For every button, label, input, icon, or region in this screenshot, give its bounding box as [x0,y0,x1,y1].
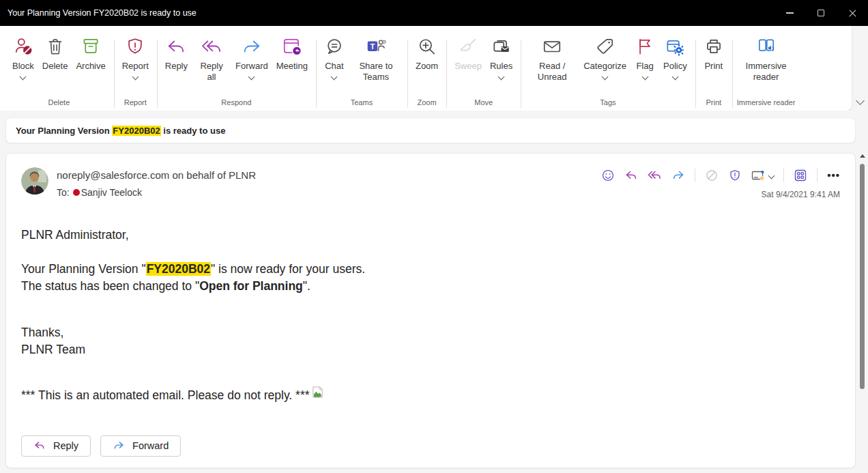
print-icon [704,32,724,61]
teams-icon: T [366,32,386,61]
reply-footer-button[interactable]: Reply [21,435,91,457]
sender-avatar[interactable] [21,167,48,195]
apps-grid-icon [794,169,807,182]
more-actions-button[interactable]: ••• [827,172,840,179]
recipient-name[interactable]: Sanjiv Teelock [81,186,142,199]
immersive-reader-icon [756,32,777,61]
flag-icon [635,32,655,61]
tag-icon [595,32,616,61]
meeting-icon [282,32,302,61]
block-icon [13,32,33,61]
svg-text:T: T [370,42,375,51]
ribbon-group-respond: Reply Reply all Forward [157,30,316,111]
chevron-down-icon [671,74,678,81]
inline-actions: Reply Forward [21,435,840,457]
sweep-icon [458,32,478,61]
delete-button[interactable]: Delete [39,30,72,72]
block-sender-button-disabled [705,169,719,182]
immersive-reader-button[interactable]: Immersive reader [740,30,793,83]
report-message-button[interactable] [728,169,742,182]
window-title: Your Planning Version FY2020B02 is ready… [0,8,774,18]
minimize-button[interactable] [774,0,805,26]
ribbon-group-delete: Block Delete [4,30,114,111]
apps-button[interactable] [794,169,807,182]
message-card: noreply@salesforce.com on behalf of PLNR… [5,153,856,468]
minimize-icon [786,12,794,14]
presence-busy-icon [73,189,80,196]
message-body: PLNR Administrator, Your Planning Versio… [21,227,840,457]
flag-button[interactable]: Flag [631,30,659,79]
group-label: Immersive reader [737,97,796,111]
ribbon-group-teams: Chat T Share to Teams Teams [316,30,407,111]
ribbon: Block Delete [0,26,868,111]
rules-button[interactable]: Rules [487,30,516,79]
chevron-down-icon [132,74,139,81]
divider [695,169,695,182]
reply-icon [33,440,46,451]
reply-all-quick-button[interactable] [648,169,662,182]
zoom-button[interactable]: Zoom [412,30,442,72]
chevron-down-icon [768,172,775,179]
block-circle-icon [705,169,719,182]
body-line2: The status has been changed to "Open for… [21,278,840,295]
scrollbar[interactable] [858,154,866,389]
close-button[interactable] [837,0,868,26]
subject-highlight: FY2020B02 [112,126,160,136]
print-button[interactable]: Print [700,30,727,72]
reply-all-icon [648,169,662,182]
title-bar: Your Planning Version FY2020B02 is ready… [0,0,868,26]
categorize-button[interactable]: Categorize [580,30,630,79]
reply-all-button[interactable]: Reply all [192,30,231,83]
zoom-icon [417,32,437,61]
forward-footer-button[interactable]: Forward [100,435,181,457]
broken-image-icon [311,386,324,403]
reply-button[interactable]: Reply [162,30,191,72]
sender-name[interactable]: noreply@salesforce.com on behalf of PLNR [57,167,256,182]
block-button[interactable]: Block [9,30,38,79]
quick-steps-button[interactable] [751,169,774,182]
body-line1: Your Planning Version "FY2020B02" is now… [21,261,840,278]
status-bold: Open for Planning [199,279,303,293]
policy-button[interactable]: Policy [660,30,691,79]
reply-quick-button[interactable] [624,169,638,182]
report-button[interactable]: Report [119,30,152,79]
sweep-button: Sweep [451,30,485,72]
group-label: Print [700,97,727,111]
header-right: ••• Sat 9/4/2021 9:41 AM [601,167,840,199]
forward-icon [113,440,125,451]
reactions-button[interactable] [601,169,615,182]
chevron-down-icon [602,74,609,81]
sender-block: noreply@salesforce.com on behalf of PLNR… [57,167,256,199]
scrollbar-thumb[interactable] [860,164,865,389]
body-signoff: Thanks, [21,324,840,341]
forward-button[interactable]: Forward [232,30,272,79]
rules-icon [491,32,512,61]
chevron-down-icon [331,74,338,81]
group-label: Report [119,97,152,111]
scroll-up-icon[interactable] [860,154,865,158]
maximize-button[interactable] [805,0,837,26]
read-unread-button[interactable]: Read / Unread [525,30,579,83]
chevron-down-icon [856,96,865,105]
forward-quick-button[interactable] [671,169,685,182]
delete-icon [45,32,66,61]
archive-button[interactable]: Archive [72,30,108,72]
ribbon-group-zoom: Zoom Zoom [407,30,446,111]
group-label: Teams [321,97,403,111]
main-area: Your Planning Version FY2020B02 is ready… [0,111,868,473]
chat-button[interactable]: Chat [321,30,348,79]
share-to-teams-button[interactable]: T Share to Teams [349,30,403,83]
chevron-down-icon [248,74,255,81]
subject-text: Your Planning Version FY2020B02 is ready… [16,126,225,136]
ribbon-group-immersive-reader: Immersive reader Immersive reader [732,30,800,111]
chat-icon [324,32,345,61]
more-icon: ••• [827,172,840,179]
message-header: noreply@salesforce.com on behalf of PLNR… [21,167,840,199]
reply-all-icon [201,32,222,61]
meeting-button[interactable]: Meeting [273,30,311,72]
collapse-ribbon-button[interactable] [852,26,868,111]
chevron-down-icon [498,74,505,81]
quick-steps-icon [751,169,766,182]
ribbon-group-tags: Read / Unread Categorize [521,30,695,111]
recipient-line: To: Sanjiv Teelock [57,186,256,199]
